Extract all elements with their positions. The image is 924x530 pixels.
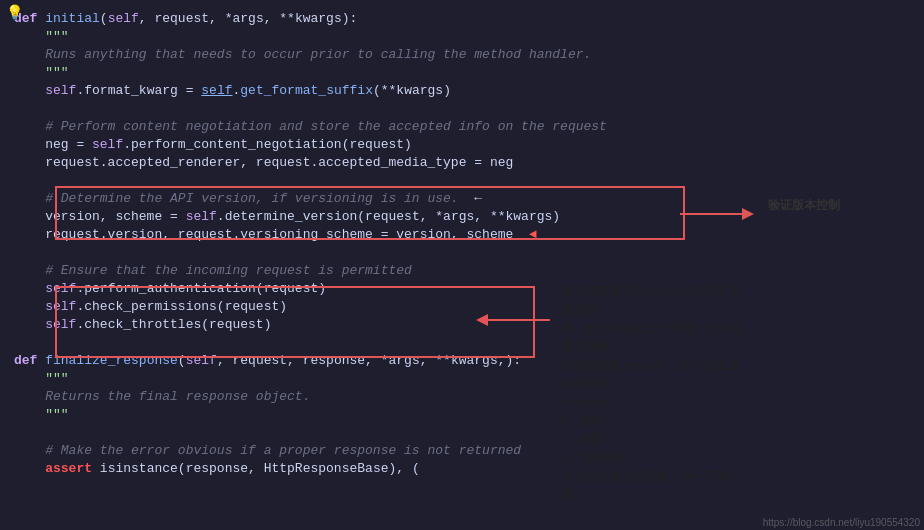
lightbulb-icon: 💡	[6, 4, 23, 21]
code-line: def finalize_response(self, request, res…	[10, 352, 924, 370]
code-line	[10, 172, 924, 190]
code-line: self.check_permissions(request)	[10, 298, 924, 316]
code-line: neg = self.perform_content_negotiation(r…	[10, 136, 924, 154]
code-line: # Ensure that the incoming request is pe…	[10, 262, 924, 280]
code-line: # Make the error obvious if a proper res…	[10, 442, 924, 460]
code-line	[10, 334, 924, 352]
code-line: def initial(self, request, *args, **kwar…	[10, 10, 924, 28]
callout-auth: 验证传递进来的request请求是否是授权 的，他们其实是三个功能：注意这里的函…	[556, 278, 756, 507]
code-editor: 💡 def initial(self, request, *args, **kw…	[0, 0, 924, 530]
code-line: request.version, request.versioning_sche…	[10, 226, 924, 244]
code-line	[10, 244, 924, 262]
code-line: """	[10, 64, 924, 82]
code-line	[10, 100, 924, 118]
code-line: self.check_throttles(request)	[10, 316, 924, 334]
code-line: request.accepted_renderer, request.accep…	[10, 154, 924, 172]
code-line: """	[10, 406, 924, 424]
code-line	[10, 424, 924, 442]
code-line: """	[10, 370, 924, 388]
callout-version: 验证版本控制	[762, 192, 846, 218]
code-line: assert isinstance(response, HttpResponse…	[10, 460, 924, 478]
watermark: https://blog.csdn.net/liyu190554320	[759, 515, 924, 530]
code-line: self.perform_authentication(request)	[10, 280, 924, 298]
code-line: Runs anything that needs to occur prior …	[10, 46, 924, 64]
code-line: Returns the final response object.	[10, 388, 924, 406]
code-line: self.format_kwarg = self.get_format_suff…	[10, 82, 924, 100]
code-line: # Perform content negotiation and store …	[10, 118, 924, 136]
code-line: """	[10, 28, 924, 46]
